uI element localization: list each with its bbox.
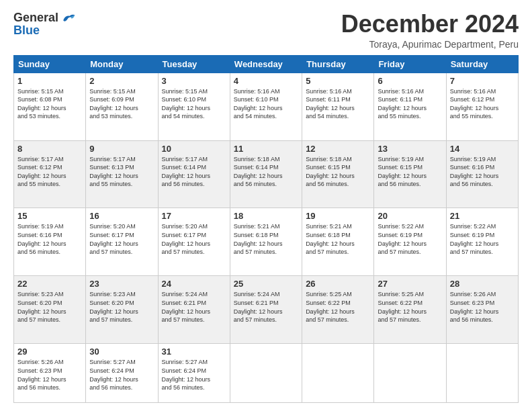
day-info: Sunrise: 5:19 AM Sunset: 6:15 PM Dayligh… — [378, 155, 442, 189]
calendar-cell: 8Sunrise: 5:17 AM Sunset: 6:12 PM Daylig… — [14, 140, 86, 208]
page: General Blue December 2024 Toraya, Apuri… — [0, 0, 532, 411]
day-number: 22 — [17, 279, 82, 289]
day-number: 12 — [306, 144, 370, 154]
day-info: Sunrise: 5:15 AM Sunset: 6:09 PM Dayligh… — [89, 87, 154, 121]
logo-bird-icon — [61, 12, 76, 24]
day-info: Sunrise: 5:17 AM Sunset: 6:13 PM Dayligh… — [89, 155, 154, 189]
calendar-header-thursday: Thursday — [302, 55, 374, 73]
calendar-row: 1Sunrise: 5:15 AM Sunset: 6:08 PM Daylig… — [14, 73, 519, 140]
calendar-row: 22Sunrise: 5:23 AM Sunset: 6:20 PM Dayli… — [14, 276, 519, 344]
day-number: 20 — [378, 211, 442, 221]
calendar-cell: 7Sunrise: 5:16 AM Sunset: 6:12 PM Daylig… — [446, 73, 518, 140]
calendar-header-wednesday: Wednesday — [230, 55, 302, 73]
calendar-cell: 26Sunrise: 5:25 AM Sunset: 6:22 PM Dayli… — [302, 276, 374, 344]
day-info: Sunrise: 5:16 AM Sunset: 6:12 PM Dayligh… — [450, 87, 515, 121]
day-number: 14 — [450, 144, 515, 154]
calendar-cell: 16Sunrise: 5:20 AM Sunset: 6:17 PM Dayli… — [86, 208, 158, 276]
calendar-cell: 11Sunrise: 5:18 AM Sunset: 6:14 PM Dayli… — [230, 140, 302, 208]
day-number: 15 — [17, 211, 82, 221]
day-info: Sunrise: 5:25 AM Sunset: 6:22 PM Dayligh… — [378, 290, 442, 324]
calendar-table: SundayMondayTuesdayWednesdayThursdayFrid… — [13, 55, 519, 403]
calendar-header-tuesday: Tuesday — [158, 55, 230, 73]
header: General Blue December 2024 Toraya, Apuri… — [13, 11, 519, 50]
day-info: Sunrise: 5:22 AM Sunset: 6:19 PM Dayligh… — [450, 222, 515, 256]
calendar-cell: 6Sunrise: 5:16 AM Sunset: 6:11 PM Daylig… — [374, 73, 446, 140]
calendar-cell: 10Sunrise: 5:17 AM Sunset: 6:14 PM Dayli… — [158, 140, 230, 208]
day-info: Sunrise: 5:25 AM Sunset: 6:22 PM Dayligh… — [306, 290, 370, 324]
day-info: Sunrise: 5:20 AM Sunset: 6:17 PM Dayligh… — [89, 222, 154, 256]
day-number: 31 — [162, 347, 226, 357]
day-number: 6 — [378, 76, 442, 86]
day-number: 29 — [17, 347, 82, 357]
day-info: Sunrise: 5:27 AM Sunset: 6:24 PM Dayligh… — [162, 358, 226, 392]
month-title: December 2024 — [341, 11, 519, 38]
calendar-row: 15Sunrise: 5:19 AM Sunset: 6:16 PM Dayli… — [14, 208, 519, 276]
day-number: 21 — [450, 211, 515, 221]
day-info: Sunrise: 5:16 AM Sunset: 6:11 PM Dayligh… — [306, 87, 370, 121]
day-number: 3 — [162, 76, 226, 86]
day-info: Sunrise: 5:18 AM Sunset: 6:14 PM Dayligh… — [234, 155, 298, 189]
calendar-row: 8Sunrise: 5:17 AM Sunset: 6:12 PM Daylig… — [14, 140, 519, 208]
day-info: Sunrise: 5:20 AM Sunset: 6:17 PM Dayligh… — [162, 222, 226, 256]
day-number: 9 — [89, 144, 154, 154]
day-number: 24 — [162, 279, 226, 289]
day-info: Sunrise: 5:27 AM Sunset: 6:24 PM Dayligh… — [89, 358, 154, 392]
calendar-cell: 1Sunrise: 5:15 AM Sunset: 6:08 PM Daylig… — [14, 73, 86, 140]
day-info: Sunrise: 5:24 AM Sunset: 6:21 PM Dayligh… — [162, 290, 226, 324]
day-number: 30 — [89, 347, 154, 357]
day-info: Sunrise: 5:17 AM Sunset: 6:14 PM Dayligh… — [162, 155, 226, 189]
calendar-cell — [302, 344, 374, 403]
calendar-row: 29Sunrise: 5:26 AM Sunset: 6:23 PM Dayli… — [14, 344, 519, 403]
calendar-cell — [446, 344, 518, 403]
calendar-header-monday: Monday — [86, 55, 158, 73]
calendar-cell: 17Sunrise: 5:20 AM Sunset: 6:17 PM Dayli… — [158, 208, 230, 276]
day-number: 10 — [162, 144, 226, 154]
calendar-header-friday: Friday — [374, 55, 446, 73]
day-number: 13 — [378, 144, 442, 154]
day-number: 16 — [89, 211, 154, 221]
calendar-cell: 29Sunrise: 5:26 AM Sunset: 6:23 PM Dayli… — [14, 344, 86, 403]
calendar-cell: 24Sunrise: 5:24 AM Sunset: 6:21 PM Dayli… — [158, 276, 230, 344]
calendar-cell: 30Sunrise: 5:27 AM Sunset: 6:24 PM Dayli… — [86, 344, 158, 403]
logo-blue-text: Blue — [13, 24, 40, 38]
calendar-cell: 27Sunrise: 5:25 AM Sunset: 6:22 PM Dayli… — [374, 276, 446, 344]
day-number: 11 — [234, 144, 298, 154]
logo: General Blue — [13, 11, 76, 38]
calendar-cell — [374, 344, 446, 403]
calendar-cell — [230, 344, 302, 403]
day-info: Sunrise: 5:15 AM Sunset: 6:10 PM Dayligh… — [162, 87, 226, 121]
calendar-cell: 4Sunrise: 5:16 AM Sunset: 6:10 PM Daylig… — [230, 73, 302, 140]
calendar-cell: 28Sunrise: 5:26 AM Sunset: 6:23 PM Dayli… — [446, 276, 518, 344]
day-info: Sunrise: 5:26 AM Sunset: 6:23 PM Dayligh… — [17, 358, 82, 392]
calendar-cell: 13Sunrise: 5:19 AM Sunset: 6:15 PM Dayli… — [374, 140, 446, 208]
day-number: 25 — [234, 279, 298, 289]
day-info: Sunrise: 5:26 AM Sunset: 6:23 PM Dayligh… — [450, 290, 515, 324]
calendar-cell: 20Sunrise: 5:22 AM Sunset: 6:19 PM Dayli… — [374, 208, 446, 276]
day-info: Sunrise: 5:15 AM Sunset: 6:08 PM Dayligh… — [17, 87, 82, 121]
calendar-cell: 23Sunrise: 5:23 AM Sunset: 6:20 PM Dayli… — [86, 276, 158, 344]
calendar-cell: 15Sunrise: 5:19 AM Sunset: 6:16 PM Dayli… — [14, 208, 86, 276]
calendar-cell: 14Sunrise: 5:19 AM Sunset: 6:16 PM Dayli… — [446, 140, 518, 208]
day-number: 5 — [306, 76, 370, 86]
day-number: 2 — [89, 76, 154, 86]
day-number: 27 — [378, 279, 442, 289]
day-number: 1 — [17, 76, 82, 86]
day-info: Sunrise: 5:22 AM Sunset: 6:19 PM Dayligh… — [378, 222, 442, 256]
day-info: Sunrise: 5:16 AM Sunset: 6:11 PM Dayligh… — [378, 87, 442, 121]
day-info: Sunrise: 5:17 AM Sunset: 6:12 PM Dayligh… — [17, 155, 82, 189]
day-number: 4 — [234, 76, 298, 86]
day-number: 8 — [17, 144, 82, 154]
calendar-cell: 25Sunrise: 5:24 AM Sunset: 6:21 PM Dayli… — [230, 276, 302, 344]
day-info: Sunrise: 5:21 AM Sunset: 6:18 PM Dayligh… — [234, 222, 298, 256]
day-info: Sunrise: 5:18 AM Sunset: 6:15 PM Dayligh… — [306, 155, 370, 189]
calendar-cell: 19Sunrise: 5:21 AM Sunset: 6:18 PM Dayli… — [302, 208, 374, 276]
day-info: Sunrise: 5:21 AM Sunset: 6:18 PM Dayligh… — [306, 222, 370, 256]
day-number: 19 — [306, 211, 370, 221]
calendar-cell: 9Sunrise: 5:17 AM Sunset: 6:13 PM Daylig… — [86, 140, 158, 208]
subtitle: Toraya, Apurimac Department, Peru — [341, 39, 519, 50]
calendar-cell: 5Sunrise: 5:16 AM Sunset: 6:11 PM Daylig… — [302, 73, 374, 140]
day-number: 28 — [450, 279, 515, 289]
calendar-cell: 22Sunrise: 5:23 AM Sunset: 6:20 PM Dayli… — [14, 276, 86, 344]
calendar-header-row: SundayMondayTuesdayWednesdayThursdayFrid… — [14, 55, 519, 73]
day-info: Sunrise: 5:24 AM Sunset: 6:21 PM Dayligh… — [234, 290, 298, 324]
